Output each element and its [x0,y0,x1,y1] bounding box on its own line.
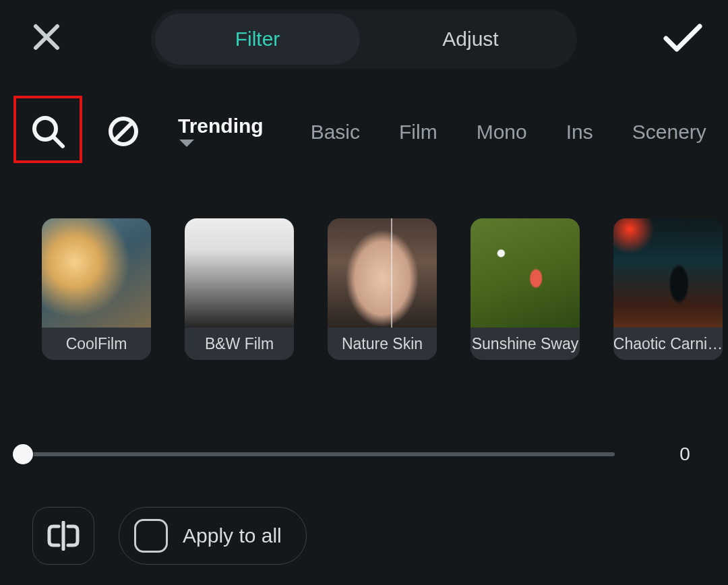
filter-chaotic-carnival-label: Chaotic Carni… [613,328,723,360]
filter-bw-film-label: B&W Film [185,328,294,360]
category-trending-label: Trending [178,115,264,137]
filter-nature-skin-thumb [328,218,437,328]
category-ins-label: Ins [566,121,593,143]
filter-chaotic-carnival-thumb [613,218,723,328]
tab-adjust-label: Adjust [442,28,498,51]
intensity-slider-wrap: 0 [23,442,701,466]
category-scenery[interactable]: Scenery [632,121,706,144]
filter-sunshine-sway-label: Sunshine Sway [471,328,580,360]
category-basic-label: Basic [311,121,360,143]
filter-bw-film[interactable]: B&W Film [185,218,294,360]
apply-to-all-checkbox[interactable] [134,519,168,553]
tab-adjust[interactable]: Adjust [368,13,573,65]
mode-switch: Filter Adjust [151,9,577,69]
apply-to-all-button[interactable]: Apply to all [119,507,307,565]
intensity-slider[interactable] [23,452,615,456]
intensity-slider-handle[interactable] [13,444,33,464]
category-trending[interactable]: Trending [178,115,272,150]
filter-coolfilm-thumb [42,218,151,328]
bottom-row: Apply to all [32,507,307,565]
filter-sunshine-sway[interactable]: Sunshine Sway [471,218,580,360]
search-button[interactable] [28,112,67,151]
check-icon [663,22,702,53]
filter-chaotic-carnival[interactable]: Chaotic Carni… [613,218,723,360]
category-mono[interactable]: Mono [477,121,527,144]
category-list: Trending Basic Film Mono Ins Scenery [178,101,728,163]
confirm-button[interactable] [662,19,704,57]
compare-button[interactable] [32,507,94,565]
category-film[interactable]: Film [399,121,437,144]
close-button[interactable] [30,20,63,54]
filter-nature-skin-label: Nature Skin [328,328,437,360]
intensity-value: 0 [669,443,701,465]
category-basic[interactable]: Basic [311,121,360,144]
category-ins[interactable]: Ins [566,121,593,144]
apply-to-all-label: Apply to all [183,524,282,547]
search-icon [30,114,65,149]
tab-filter-label: Filter [235,28,280,51]
category-film-label: Film [399,121,437,143]
none-filter-icon [107,115,140,148]
filter-nature-skin[interactable]: Nature Skin [328,218,437,360]
category-mono-label: Mono [477,121,527,143]
svg-line-1 [53,137,63,146]
chevron-down-icon [178,137,272,150]
svg-line-3 [115,123,131,140]
filter-bw-film-thumb [185,218,294,328]
filter-coolfilm-label: CoolFilm [42,328,151,360]
close-icon [32,22,61,52]
filter-thumb-row: CoolFilm B&W Film Nature Skin Sunshine S… [42,218,728,361]
compare-split-icon [47,521,80,551]
tab-filter[interactable]: Filter [155,13,360,65]
none-filter-button[interactable] [105,113,142,150]
filter-sunshine-sway-thumb [471,218,580,328]
filter-coolfilm[interactable]: CoolFilm [42,218,151,360]
category-scenery-label: Scenery [632,121,706,143]
